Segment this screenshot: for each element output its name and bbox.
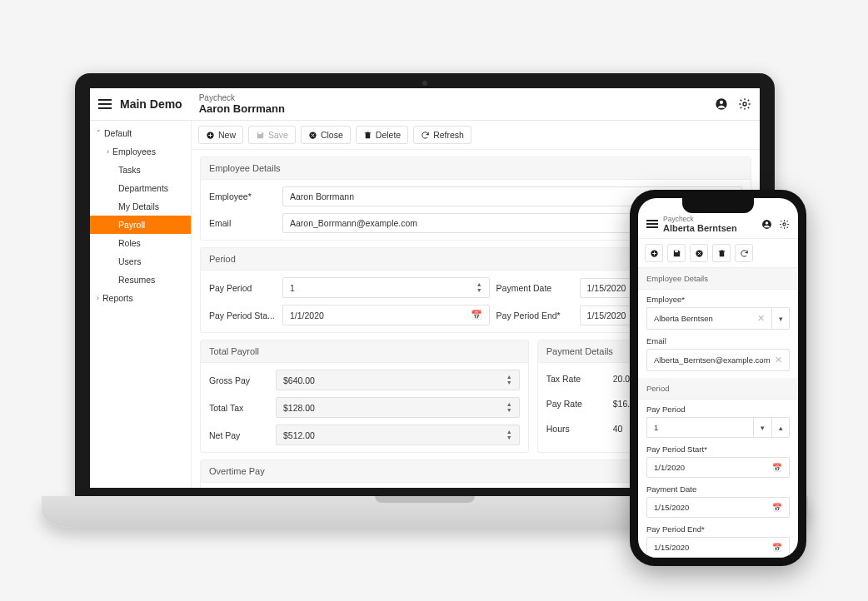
stepper-icon[interactable]: ▲▼ xyxy=(476,282,482,293)
sidebar-item-tasks[interactable]: Tasks xyxy=(90,161,191,179)
employee-label: Employee* xyxy=(209,191,276,201)
breadcrumb-title: Aaron Borrmann xyxy=(199,102,715,115)
delete-button[interactable]: Delete xyxy=(356,126,408,144)
delete-button[interactable] xyxy=(712,244,731,262)
sidebar-item-users[interactable]: Users xyxy=(90,252,191,271)
pay-period-start-input[interactable]: 1/1/2020📅 xyxy=(646,457,790,478)
close-icon xyxy=(308,131,317,140)
section-header: Period xyxy=(638,378,798,400)
refresh-button[interactable]: Refresh xyxy=(413,126,471,144)
gross-pay-input[interactable]: $640.00▲▼ xyxy=(276,370,520,390)
stepper-icon[interactable]: ▲▼ xyxy=(506,430,512,440)
pay-period-start-input[interactable]: 1/1/2020📅 xyxy=(282,305,490,325)
gear-icon[interactable] xyxy=(779,219,790,230)
save-button[interactable] xyxy=(667,244,686,262)
calendar-icon[interactable]: 📅 xyxy=(471,310,482,320)
pay-period-end-label: Pay Period End* xyxy=(646,524,790,534)
save-icon xyxy=(672,249,681,258)
payment-date-label: Payment Date xyxy=(646,484,790,494)
pay-period-label: Pay Period xyxy=(209,283,276,293)
stepper-icon[interactable]: ▲▼ xyxy=(506,402,512,413)
sidebar-item-employees[interactable]: ›Employees xyxy=(90,142,191,161)
sidebar: ˅Default ›Employees Tasks Departments My… xyxy=(90,121,192,488)
chevron-right-icon: › xyxy=(107,147,109,156)
total-tax-label: Total Tax xyxy=(209,403,269,413)
section-header: Employee Details xyxy=(201,157,751,180)
breadcrumb-context: Paycheck xyxy=(199,93,715,102)
chevron-right-icon: › xyxy=(97,294,99,302)
step-up-button[interactable]: ▴ xyxy=(771,417,790,438)
plus-icon xyxy=(206,131,215,140)
svg-rect-4 xyxy=(258,132,262,133)
sidebar-item-resumes[interactable]: Resumes xyxy=(90,271,191,289)
refresh-button[interactable] xyxy=(735,244,753,262)
svg-point-8 xyxy=(783,222,786,225)
toolbar: New Save Close Delete Refresh xyxy=(192,121,760,150)
plus-icon xyxy=(650,249,659,258)
save-icon xyxy=(256,131,265,140)
svg-point-7 xyxy=(766,221,768,224)
employee-input[interactable]: Alberta Berntsen✕ xyxy=(646,307,771,330)
pay-period-input[interactable]: 1 xyxy=(646,417,753,438)
email-label: Email xyxy=(646,336,790,345)
section-header: Employee Details xyxy=(638,268,798,290)
gear-icon[interactable] xyxy=(738,97,751,111)
sidebar-item-payroll[interactable]: Payroll xyxy=(90,216,191,234)
stepper-icon[interactable]: ▲▼ xyxy=(506,375,512,385)
svg-rect-10 xyxy=(675,250,678,251)
total-payroll-section: Total Payroll Gross Pay$640.00▲▼ Total T… xyxy=(200,340,529,453)
calendar-icon[interactable]: 📅 xyxy=(772,543,782,552)
breadcrumb: Paycheck Aaron Borrmann xyxy=(199,93,715,115)
save-button[interactable]: Save xyxy=(248,126,296,144)
account-icon[interactable] xyxy=(715,97,728,111)
refresh-icon xyxy=(421,131,430,140)
hamburger-icon[interactable] xyxy=(646,220,658,228)
phone-mockup: Paycheck Alberta Berntsen Employee Detai… xyxy=(630,190,806,566)
net-pay-input[interactable]: $512.00▲▼ xyxy=(276,425,520,445)
sidebar-item-my-details[interactable]: My Details xyxy=(90,197,191,216)
new-button[interactable]: New xyxy=(198,126,243,144)
sidebar-item-roles[interactable]: Roles xyxy=(90,234,191,252)
close-button[interactable] xyxy=(690,244,708,262)
chevron-down-icon: ˅ xyxy=(97,129,101,137)
mobile-toolbar xyxy=(638,239,798,268)
payment-date-label: Payment Date xyxy=(496,283,573,293)
laptop-camera xyxy=(422,81,427,86)
pay-period-start-label: Pay Period Sta... xyxy=(209,310,276,320)
payment-date-input[interactable]: 1/15/2020📅 xyxy=(646,497,790,518)
sidebar-item-default[interactable]: ˅Default xyxy=(90,124,191,142)
close-button[interactable]: Close xyxy=(301,126,351,144)
pay-period-label: Pay Period xyxy=(646,405,790,414)
breadcrumb-context: Paycheck xyxy=(663,215,756,223)
email-input[interactable]: Alberta_Berntsen@example.com✕ xyxy=(646,349,790,371)
clear-icon[interactable]: ✕ xyxy=(757,313,765,324)
step-down-button[interactable]: ▾ xyxy=(753,417,771,438)
trash-icon xyxy=(717,249,726,258)
gross-pay-label: Gross Pay xyxy=(209,375,269,385)
trash-icon xyxy=(363,131,372,140)
pay-period-end-input[interactable]: 1/15/2020📅 xyxy=(646,537,790,558)
pay-period-end-label: Pay Period End* xyxy=(496,310,573,320)
hours-label: Hours xyxy=(546,424,606,434)
phone-notch xyxy=(682,198,754,213)
tax-rate-label: Tax Rate xyxy=(546,374,606,384)
sidebar-item-reports[interactable]: ›Reports xyxy=(90,289,191,307)
calendar-icon[interactable]: 📅 xyxy=(772,463,782,472)
calendar-icon[interactable]: 📅 xyxy=(772,503,782,512)
pay-period-input[interactable]: 1▲▼ xyxy=(282,277,490,298)
new-button[interactable] xyxy=(645,244,663,262)
email-label: Email xyxy=(209,218,276,228)
net-pay-label: Net Pay xyxy=(209,430,269,440)
breadcrumb-title: Alberta Berntsen xyxy=(663,223,756,233)
pay-period-start-label: Pay Period Start* xyxy=(646,445,790,454)
svg-point-1 xyxy=(720,101,723,104)
mobile-app: Paycheck Alberta Berntsen Employee Detai… xyxy=(638,198,798,558)
total-tax-input[interactable]: $128.00▲▼ xyxy=(276,397,520,418)
hamburger-icon[interactable] xyxy=(98,99,112,109)
refresh-icon xyxy=(740,249,749,258)
account-icon[interactable] xyxy=(761,219,772,230)
sidebar-item-departments[interactable]: Departments xyxy=(90,179,191,197)
clear-icon[interactable]: ✕ xyxy=(775,355,782,365)
section-header: Total Payroll xyxy=(201,340,528,363)
dropdown-button[interactable]: ▾ xyxy=(771,307,790,330)
